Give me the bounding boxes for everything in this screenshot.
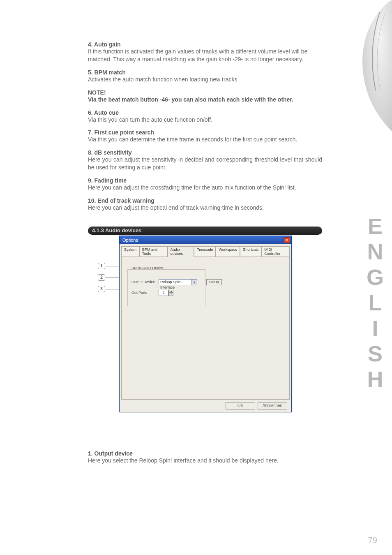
row-out-ports: Out Ports 2 ▴ ▾ <box>131 290 168 296</box>
language-side-label: ENGLISH <box>362 214 388 392</box>
spinner-up-icon[interactable]: ▴ <box>168 290 173 293</box>
setup-button[interactable]: Setup <box>206 279 222 285</box>
options-dialog: Options ✕ System BPM and Tools Audio dev… <box>119 236 292 412</box>
heading-bpm-match: 5. BPM match <box>88 69 322 76</box>
heading-auto-cue: 6. Auto cue <box>88 109 322 116</box>
chevron-down-icon[interactable]: ▾ <box>191 280 197 285</box>
callout-line-3 <box>105 289 119 289</box>
label-output-device: Output Device <box>131 280 155 284</box>
dialog-titlebar[interactable]: Options ✕ <box>120 236 291 244</box>
heading-auto-gain: 4. Auto gain <box>88 41 322 48</box>
out-ports-spinner[interactable]: 2 ▴ ▾ <box>159 290 168 296</box>
heading-fading: 9. Fading time <box>88 177 322 184</box>
ok-button[interactable]: OK <box>226 402 255 409</box>
label-out-ports: Out Ports <box>131 291 155 295</box>
tab-shortcuts[interactable]: Shortcuts <box>240 246 261 257</box>
tab-panel: SPIN!-ASIO Device Output Device Reloop S… <box>121 257 290 400</box>
spinner-down-icon[interactable]: ▾ <box>168 293 173 296</box>
heading-output-device: 1. Output device <box>88 450 322 457</box>
callout-3: 3 <box>98 286 105 292</box>
tab-timecode[interactable]: Timecode <box>194 246 216 257</box>
tab-audio-devices[interactable]: Audio devices <box>168 246 194 257</box>
callout-line-1 <box>105 266 119 266</box>
dialog-footer: OK Abbrechen <box>120 400 291 412</box>
tab-strip: System BPM and Tools Audio devices Timec… <box>120 244 291 257</box>
callout-1: 1 <box>98 263 105 269</box>
close-icon[interactable]: ✕ <box>284 237 290 243</box>
heading-note: NOTE! <box>88 89 322 96</box>
output-device-select[interactable]: Reloop Spin!-Interface ▾ <box>159 279 197 285</box>
dialog-title: Options <box>121 238 138 243</box>
tab-system[interactable]: System <box>121 246 139 257</box>
page-number: 79 <box>368 536 377 545</box>
text-note: Via the beat match button -46- you can a… <box>88 96 322 104</box>
heading-first-cue: 7. First cue point search <box>88 129 322 136</box>
text-first-cue: Via this you can determine the time fram… <box>88 136 322 143</box>
tab-workspace[interactable]: Workspace <box>216 246 240 257</box>
side-decorative-graphic <box>351 0 392 132</box>
callout-2: 2 <box>98 274 105 281</box>
text-auto-cue: Via this you can turn the auto cue funct… <box>88 116 322 124</box>
text-auto-gain: If this function is activated the gain v… <box>88 48 322 63</box>
text-end-track: Here you can adjust the optical end of t… <box>88 204 322 212</box>
out-ports-value: 2 <box>162 291 164 295</box>
heading-db-sens: 8. dB sensitivity <box>88 149 322 156</box>
tab-midi-controller[interactable]: MIDI Controller <box>261 246 290 257</box>
text-fading: Here you can adjust the crossfading time… <box>88 184 322 192</box>
text-db-sens: Here you can adjust the sensitivity in d… <box>88 156 322 171</box>
tab-bpm-tools[interactable]: BPM and Tools <box>139 246 168 257</box>
text-output-device: Here you select the Reloop Spin! interfa… <box>88 457 322 465</box>
section-header-audio-devices: 4.1.3 Audio devices <box>88 227 322 235</box>
cancel-button[interactable]: Abbrechen <box>258 402 287 409</box>
callout-line-2 <box>105 278 119 278</box>
heading-end-track: 10. End of track warning <box>88 197 322 204</box>
dialog-illustration: 1 2 3 Options ✕ System BPM and Tools Aud… <box>113 236 322 429</box>
main-content: 4. Auto gain If this function is activat… <box>88 41 322 465</box>
text-bpm-match: Activates the auto match function when l… <box>88 76 322 83</box>
row-output-device: Output Device Reloop Spin!-Interface ▾ S… <box>131 279 222 285</box>
